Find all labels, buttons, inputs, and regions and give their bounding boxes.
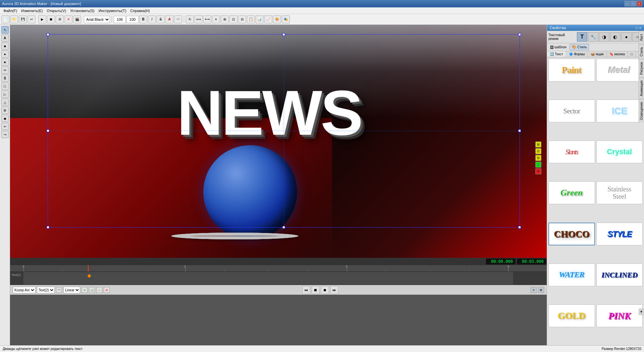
style-green[interactable]: Green bbox=[548, 181, 595, 204]
close-button[interactable]: × bbox=[637, 1, 642, 6]
select-tool[interactable]: ↖ bbox=[1, 26, 9, 34]
align-button[interactable]: ≡ bbox=[212, 15, 220, 23]
maximize-button[interactable]: □ bbox=[631, 1, 636, 6]
menu-file[interactable]: Файл(F) bbox=[1, 8, 19, 13]
interp-select[interactable]: Linear bbox=[63, 287, 80, 293]
font-size-1[interactable] bbox=[114, 16, 126, 23]
tm-btn-circle-full[interactable]: ● bbox=[621, 32, 632, 42]
tb-btn-2[interactable]: ⏹ bbox=[47, 15, 55, 23]
panel-scroll-down[interactable]: ▼ bbox=[639, 308, 644, 315]
open-button[interactable]: 📁 bbox=[10, 15, 18, 23]
tb-btn-4[interactable]: ✕ bbox=[64, 15, 72, 23]
tb-btn-3[interactable]: ⚙ bbox=[56, 15, 64, 23]
style-slants[interactable]: Slants bbox=[548, 140, 595, 163]
style-crystal[interactable]: Crystal bbox=[596, 140, 643, 163]
tm-btn-text[interactable]: T bbox=[577, 32, 587, 42]
panel-close[interactable]: × bbox=[639, 26, 641, 30]
timeline-track[interactable]: Text(2) bbox=[10, 272, 547, 285]
vtab-draw[interactable]: Рисунок bbox=[639, 59, 644, 77]
menu-help[interactable]: Справка(H) bbox=[128, 8, 152, 13]
tm-btn-wrench[interactable]: 🔧 bbox=[588, 32, 598, 42]
style-tab-box[interactable]: 📦 ящик bbox=[588, 51, 607, 57]
strike-button[interactable]: S bbox=[157, 15, 165, 23]
star-tool[interactable]: ★ bbox=[1, 58, 9, 66]
vtab-light[interactable]: Освещение bbox=[639, 99, 644, 123]
undo-button[interactable]: ↩ bbox=[28, 15, 36, 23]
play-end-button[interactable]: ⏭ bbox=[330, 286, 338, 294]
tb-extra-7[interactable]: 🎨 bbox=[273, 15, 281, 23]
style-tab-shapes[interactable]: 🔷 Формы bbox=[566, 51, 588, 57]
tl-btn-1[interactable]: ≡ bbox=[531, 287, 537, 293]
style-paint[interactable]: Paint bbox=[548, 59, 595, 81]
bold-button[interactable]: B bbox=[139, 15, 147, 23]
tb-extra-6[interactable]: 📈 bbox=[264, 15, 272, 23]
interp-icon[interactable]: 〰 bbox=[56, 287, 62, 293]
menu-tools[interactable]: Инструменты(T) bbox=[97, 8, 128, 13]
menu-edit[interactable]: Изменить(E) bbox=[19, 8, 45, 13]
minimize-button[interactable]: ─ bbox=[625, 1, 630, 6]
subtab-template[interactable]: 🖼 шаблон bbox=[548, 44, 569, 50]
poly-tool[interactable]: ⬡ bbox=[1, 82, 9, 90]
style-metal[interactable]: Metal bbox=[596, 59, 643, 81]
tb-btn-5[interactable]: 🎬 bbox=[73, 15, 81, 23]
font-size-2[interactable] bbox=[126, 16, 139, 23]
style-sector[interactable]: Sector bbox=[548, 100, 595, 122]
panel-pin[interactable]: □ bbox=[636, 26, 638, 30]
special-button[interactable]: A bbox=[165, 15, 173, 23]
vtab-style[interactable]: Стиль bbox=[639, 44, 644, 59]
font-select[interactable]: Arial Black bbox=[84, 16, 110, 23]
style-water[interactable]: WATER bbox=[548, 263, 595, 286]
prev-kf-button[interactable]: ◁ bbox=[89, 287, 95, 293]
gear-tool[interactable]: ⚙ bbox=[1, 107, 9, 114]
record-button[interactable]: ⏺ bbox=[321, 286, 329, 294]
add-kf-button[interactable]: + bbox=[82, 287, 88, 293]
clear-button[interactable]: ✕ bbox=[104, 287, 110, 293]
play-beginning-button[interactable]: ⏮ bbox=[302, 286, 310, 294]
wave-button[interactable]: 〰 bbox=[174, 15, 182, 23]
style-tab-text[interactable]: 🔤 Текст bbox=[547, 51, 566, 57]
style-gold[interactable]: GOLD bbox=[548, 304, 595, 327]
rect-tool[interactable]: ■ bbox=[1, 42, 9, 50]
style-ice[interactable]: ICE bbox=[596, 100, 643, 122]
tl-btn-2[interactable]: ⊞ bbox=[538, 287, 544, 293]
circle-tool[interactable]: ● bbox=[1, 50, 9, 58]
tm-btn-half-right[interactable]: ◐ bbox=[610, 32, 621, 42]
tb-btn-1[interactable]: ▶ bbox=[38, 15, 46, 23]
vtab-anim[interactable]: Анимация bbox=[639, 77, 644, 99]
tb-extra-2[interactable]: ⊡ bbox=[229, 15, 237, 23]
italic-button[interactable]: I bbox=[148, 15, 156, 23]
tm-btn-half-left[interactable]: ◑ bbox=[599, 32, 609, 42]
pen-tool[interactable]: ✏ bbox=[1, 66, 9, 74]
style-pink[interactable]: PINK bbox=[596, 304, 643, 327]
style-tab-icon[interactable]: 🔖 иконка bbox=[607, 51, 628, 57]
canvas-viewport[interactable]: NEWS bbox=[10, 25, 547, 258]
style-choco[interactable]: CHOCO bbox=[548, 223, 595, 245]
undo-tool[interactable]: ↩ bbox=[1, 123, 9, 130]
curve-tool[interactable]: S bbox=[1, 74, 9, 82]
tb-extra-1[interactable]: ⊞ bbox=[221, 15, 229, 23]
tb-extra-8[interactable]: 🎭 bbox=[282, 15, 290, 23]
del-kf-button[interactable]: − bbox=[96, 287, 102, 293]
redo-tool[interactable]: ↪ bbox=[1, 131, 9, 138]
stop-button[interactable]: ⏹ bbox=[312, 286, 320, 294]
tb-extra-5[interactable]: 📊 bbox=[256, 15, 264, 23]
tb-extra-4[interactable]: 📋 bbox=[247, 15, 255, 23]
menu-setup[interactable]: Установить(S) bbox=[68, 8, 96, 13]
save-button[interactable]: 💾 bbox=[19, 15, 27, 23]
arrow-tool[interactable]: ▷ bbox=[1, 91, 9, 98]
flip-h-button[interactable]: ⟺ bbox=[195, 15, 203, 23]
vtab-list[interactable]: Лист bbox=[639, 31, 644, 44]
diamond-tool[interactable]: ◆ bbox=[1, 115, 9, 122]
style-style[interactable]: STYLE bbox=[596, 223, 643, 245]
triangle-tool[interactable]: △ bbox=[1, 99, 9, 106]
flip-v-button[interactable]: ⟷ bbox=[203, 15, 211, 23]
layer-select[interactable]: Kozep Ani bbox=[13, 287, 36, 293]
subtab-style[interactable]: 🎨 Стиль bbox=[570, 44, 589, 50]
text-tool[interactable]: A bbox=[1, 34, 9, 42]
object-select[interactable]: Text(2) bbox=[37, 287, 55, 293]
new-button[interactable]: 📄 bbox=[1, 15, 9, 23]
menu-open[interactable]: Открыть(V) bbox=[45, 8, 68, 13]
style-stainless[interactable]: StainlessSteel bbox=[596, 181, 643, 204]
style-inclined[interactable]: INCLINED bbox=[596, 263, 643, 286]
rotate-button[interactable]: ↻ bbox=[186, 15, 194, 23]
